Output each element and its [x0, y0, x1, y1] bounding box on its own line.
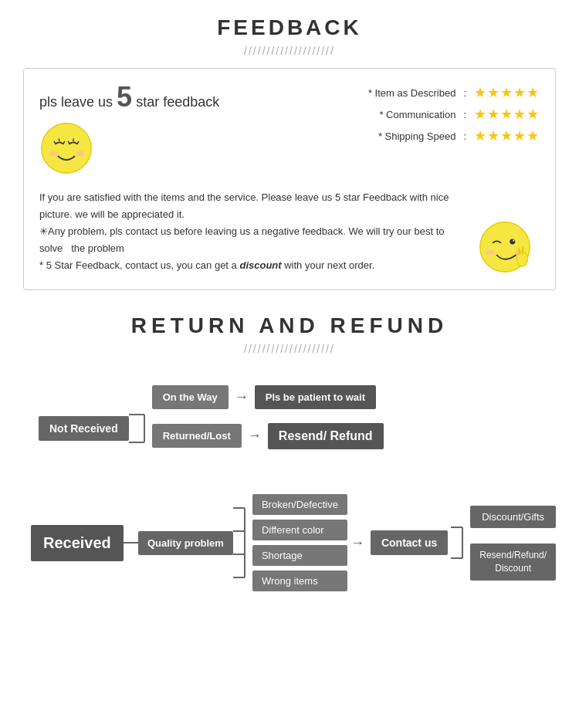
sub-item-wrong: Wrong items	[252, 571, 347, 591]
star-colon-item: :	[463, 87, 466, 99]
star-label-comm: * Communication	[363, 109, 455, 120]
not-received-node: Not Received	[39, 416, 129, 441]
not-received-upper-branch	[151, 378, 152, 401]
nr-connector-svg	[129, 401, 152, 455]
star-row-comm: * Communication : ★★★★★	[363, 106, 540, 123]
feedback-body: If you are satisfied with the items and …	[39, 189, 540, 274]
received-node: Received	[31, 525, 124, 561]
plea-after: star feedback	[136, 94, 219, 110]
star-stars-comm: ★★★★★	[474, 106, 540, 123]
feedback-box: pls leave us 5 star feedback	[23, 68, 556, 290]
nr-branch-1: On the Way → Pls be patient to wait	[152, 385, 384, 409]
feedback-divider: ////////////////////	[23, 45, 556, 57]
contact-us-node: Contact us	[371, 530, 448, 555]
quality-connector-svg	[233, 496, 252, 589]
feedback-body-inner: If you are satisfied with the items and …	[39, 189, 540, 274]
star-row-item: * Item as Described : ★★★★★	[363, 84, 540, 101]
svg-point-11	[513, 240, 514, 242]
star-stars-item: ★★★★★	[474, 84, 540, 101]
plea-before: pls leave us	[39, 94, 113, 110]
feedback-stars-section: * Item as Described : ★★★★★ * Communicat…	[363, 84, 540, 144]
not-received-flow: Not Received On the Way → Pls be patient…	[23, 378, 556, 455]
not-received-branch-container: Not Received	[39, 378, 152, 455]
star-colon-comm: :	[463, 109, 466, 120]
nr-branches: On the Way → Pls be patient to wait Retu…	[152, 385, 384, 449]
feedback-left: pls leave us 5 star feedback	[39, 81, 219, 178]
smiley-face-icon	[39, 121, 93, 175]
feedback-line-1: If you are satisfied with the items and …	[39, 189, 462, 223]
sub-item-color: Different color	[252, 520, 347, 540]
feedback-title: FEEDBACK	[23, 15, 556, 40]
on-the-way-node: On the Way	[152, 385, 229, 409]
feedback-plea: pls leave us 5 star feedback	[39, 81, 219, 113]
received-tree: Received Quality problem Broken/Defectiv…	[31, 494, 556, 591]
contact-connector-svg	[451, 512, 470, 574]
resend-refund-node: Resend/ Refund	[268, 423, 384, 449]
star-label-item: * Item as Described	[363, 87, 455, 99]
nr-arrow-2: →	[248, 428, 262, 444]
not-received-tree: Not Received On the Way → Pls be patient…	[39, 378, 556, 455]
star-stars-ship: ★★★★★	[474, 127, 540, 144]
svg-point-7	[49, 151, 57, 157]
refund-divider: ////////////////////	[23, 343, 556, 355]
feedback-line-3: * 5 Star Feedback, contact us, you can g…	[39, 257, 462, 274]
returned-lost-node: Returned/Lost	[152, 424, 242, 448]
received-connector-line	[124, 542, 138, 543]
star-colon-ship: :	[463, 130, 466, 142]
quality-problem-node: Quality problem	[138, 531, 233, 555]
feedback-top: pls leave us 5 star feedback	[39, 81, 540, 178]
star-label-ship: * Shipping Speed	[363, 130, 455, 142]
result-resend-refund: Resend/Refund/Discount	[470, 543, 556, 581]
sub-item-broken: Broken/Defective	[252, 494, 347, 515]
svg-point-8	[76, 151, 84, 157]
sub-item-shortage: Shortage	[252, 545, 347, 566]
not-received-label-row: Not Received	[39, 401, 152, 455]
plea-number: 5	[117, 81, 132, 113]
star-row-ship: * Shipping Speed : ★★★★★	[363, 127, 540, 144]
result-discount-gifts: Discount/Gifts	[470, 506, 556, 528]
feedback-section: FEEDBACK //////////////////// pls leave …	[0, 0, 579, 298]
quality-problem-section: Quality problem Broken/Defective Differe…	[138, 494, 556, 591]
svg-point-12	[486, 250, 495, 256]
svg-point-10	[510, 239, 515, 245]
patient-wait-node: Pls be patient to wait	[255, 385, 376, 409]
svg-line-2	[59, 138, 59, 141]
quality-arrow: →	[350, 535, 364, 551]
discount-word: discount	[239, 259, 281, 271]
nr-arrow-1: →	[235, 389, 249, 405]
refund-title: RETURN AND REFUND	[23, 313, 556, 338]
wink-emoji-icon	[478, 220, 532, 274]
nr-branch-2: Returned/Lost → Resend/ Refund	[152, 423, 384, 449]
sub-items-col: Broken/Defective Different color Shortag…	[252, 494, 347, 591]
svg-point-0	[42, 124, 91, 173]
refund-section: RETURN AND REFUND //////////////////// N…	[0, 298, 579, 630]
results-col: Discount/Gifts Resend/Refund/Discount	[470, 506, 556, 581]
feedback-line-2: ✳Any problem, pls contact us before leav…	[39, 223, 462, 257]
received-flow: Received Quality problem Broken/Defectiv…	[23, 494, 556, 591]
